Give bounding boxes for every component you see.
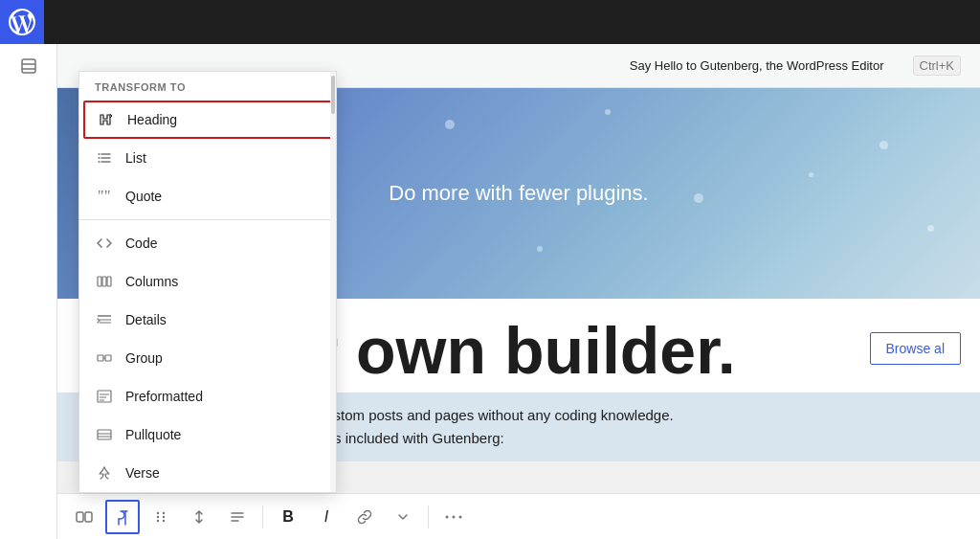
svg-point-8	[163, 515, 165, 517]
svg-rect-32	[105, 355, 111, 361]
transform-label-pullquote: Pullquote	[125, 427, 181, 442]
chevron-down-icon	[396, 510, 410, 524]
transform-label-details: Details	[125, 312, 167, 327]
align-button[interactable]	[220, 500, 255, 534]
hero-dot	[927, 225, 934, 232]
list-icon	[95, 148, 114, 168]
pullquote-icon	[95, 425, 114, 444]
transform-label-group: Group	[125, 350, 163, 366]
transform-item-code[interactable]: Code	[79, 224, 336, 262]
notice-content: Say Hello to Gutenberg, the WordPress Ed…	[630, 56, 961, 76]
svg-rect-26	[102, 277, 106, 286]
verse-icon	[95, 463, 114, 483]
svg-point-22	[99, 161, 100, 163]
hero-dot	[445, 120, 455, 129]
transform-header: TRANSFORM TO	[79, 72, 336, 101]
quote-icon: " "	[95, 187, 114, 206]
svg-rect-27	[107, 277, 111, 286]
drag-button[interactable]	[144, 500, 178, 534]
svg-rect-3	[77, 512, 83, 522]
group-icon	[95, 348, 114, 368]
transform-label-list: List	[125, 150, 146, 166]
transform-item-pullquote[interactable]: Pullquote	[79, 415, 336, 454]
more-icon	[445, 515, 462, 519]
svg-point-15	[453, 515, 456, 518]
transform-dropdown: TRANSFORM TO Heading List	[78, 71, 337, 493]
transform-label-quote: Quote	[125, 189, 162, 204]
transform-label-heading: Heading	[127, 112, 177, 127]
move-icon	[190, 508, 208, 526]
toolbar-separator-1	[262, 505, 263, 528]
browse-all-button[interactable]: Browse al	[870, 332, 961, 365]
wp-logo[interactable]	[0, 0, 44, 44]
transform-item-group[interactable]: Group	[79, 339, 336, 377]
block-link-button[interactable]	[67, 500, 101, 534]
transform-label-columns: Columns	[125, 274, 178, 289]
wp-logo-icon	[9, 9, 35, 35]
sidebar-icon-block[interactable]	[0, 44, 57, 88]
svg-rect-0	[22, 59, 35, 73]
svg-rect-4	[85, 512, 92, 522]
hero-dot	[694, 193, 703, 203]
link-icon	[76, 508, 93, 526]
svg-point-5	[157, 511, 159, 513]
paragraph-icon	[114, 508, 131, 526]
transform-label-preformatted: Preformatted	[125, 389, 203, 404]
transform-item-verse[interactable]: Verse	[79, 454, 336, 492]
move-button[interactable]	[182, 500, 216, 534]
sidebar	[0, 44, 57, 539]
transform-item-preformatted[interactable]: Preformatted	[79, 377, 336, 415]
transform-label-code: Code	[125, 236, 157, 251]
svg-point-20	[99, 153, 100, 155]
paragraph-button[interactable]	[105, 500, 140, 534]
svg-text:": "	[104, 189, 111, 204]
italic-button[interactable]: I	[309, 500, 344, 534]
block-toolbar: B I	[57, 493, 980, 539]
link-format-button[interactable]	[347, 500, 382, 534]
svg-point-16	[459, 515, 462, 518]
hero-dot	[809, 172, 813, 177]
svg-rect-31	[98, 355, 103, 361]
transform-item-heading[interactable]: Heading	[83, 101, 332, 139]
admin-bar	[0, 0, 980, 44]
svg-rect-38	[98, 430, 111, 439]
svg-point-14	[446, 515, 449, 518]
bold-button[interactable]: B	[271, 500, 305, 534]
svg-rect-25	[98, 277, 101, 286]
code-icon	[95, 234, 114, 253]
svg-point-6	[163, 511, 165, 513]
hero-dot	[537, 246, 543, 252]
heading-icon	[97, 110, 116, 129]
hero-text: Do more with fewer plugins.	[389, 181, 648, 206]
transform-item-list[interactable]: List	[79, 139, 336, 177]
transform-divider	[79, 219, 336, 220]
dropdown-scrollbar[interactable]	[330, 72, 336, 492]
align-icon	[229, 508, 246, 526]
transform-item-quote[interactable]: " " Quote	[79, 177, 336, 215]
dropdown-scrollbar-thumb	[331, 76, 335, 114]
svg-point-9	[157, 519, 159, 521]
preformatted-icon	[95, 387, 114, 406]
notice-text: Say Hello to Gutenberg, the WordPress Ed…	[630, 58, 884, 73]
hero-dot	[605, 109, 611, 115]
drag-icon	[152, 508, 169, 526]
link2-icon	[356, 508, 373, 526]
toolbar-separator-2	[428, 505, 429, 528]
transform-item-columns[interactable]: Columns	[79, 262, 336, 301]
svg-text:": "	[98, 189, 104, 204]
svg-point-7	[157, 515, 159, 517]
details-icon	[95, 310, 114, 329]
transform-item-details[interactable]: Details	[79, 301, 336, 339]
hero-dot	[880, 141, 888, 149]
columns-icon	[95, 272, 114, 291]
more-format-button[interactable]	[386, 500, 420, 534]
keyboard-shortcut: Ctrl+K	[913, 56, 961, 76]
transform-label-verse: Verse	[125, 465, 160, 481]
svg-point-10	[163, 519, 165, 521]
more-options-button[interactable]	[436, 500, 471, 534]
svg-point-21	[99, 157, 100, 159]
